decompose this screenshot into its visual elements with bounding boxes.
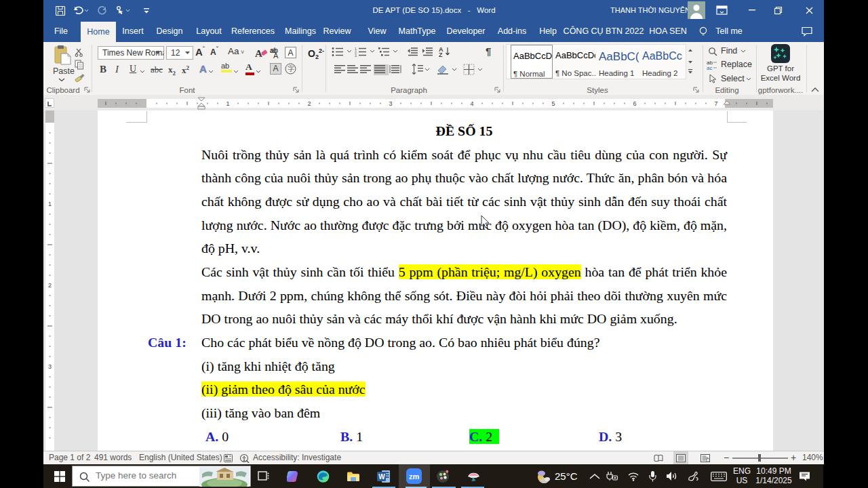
svg-text:3: 3 [48, 363, 52, 370]
svg-text:W: W [378, 473, 385, 481]
svg-text:Z: Z [439, 52, 443, 57]
svg-text:A: A [273, 52, 279, 58]
svg-text:6: 6 [633, 100, 636, 107]
svg-text:字: 字 [288, 65, 295, 73]
svg-text:1: 1 [226, 100, 229, 107]
svg-text:zm: zm [409, 472, 420, 481]
svg-text:1: 1 [48, 201, 52, 207]
svg-text:7: 7 [714, 100, 717, 107]
svg-text:3.: 3. [355, 54, 357, 57]
svg-text:2: 2 [48, 282, 52, 289]
svg-text:2: 2 [307, 100, 311, 107]
svg-text:A: A [255, 48, 262, 58]
svg-text:4: 4 [470, 100, 473, 107]
svg-text:3: 3 [389, 100, 392, 107]
svg-text:ac: ac [707, 65, 712, 70]
svg-text:5: 5 [551, 100, 555, 107]
